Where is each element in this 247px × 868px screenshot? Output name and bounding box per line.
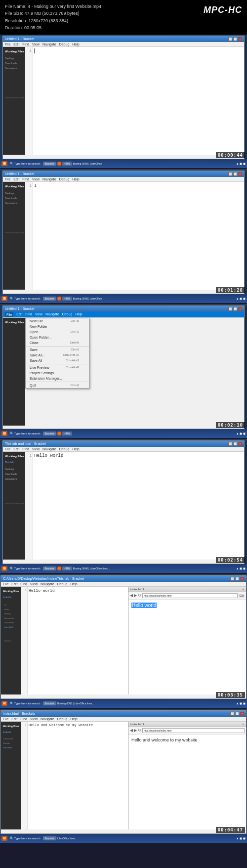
menu-item-project-settings[interactable]: Project Settings... xyxy=(26,370,89,376)
menu-view-4[interactable]: View xyxy=(32,447,40,451)
menu-file-1[interactable]: File xyxy=(5,43,10,46)
menu-navigate-6[interactable]: Navigate xyxy=(41,717,54,721)
search-bar-3[interactable]: 🔍 Type here to search xyxy=(8,431,42,435)
close-btn-5[interactable]: × xyxy=(240,577,244,581)
start-btn-6[interactable]: ⊞ xyxy=(1,836,7,841)
minimize-btn-5[interactable]: _ xyxy=(230,577,234,581)
menu-debug-6[interactable]: Debug xyxy=(57,717,68,721)
menu-item-save-all[interactable]: Save AllCtrl+Alt+S xyxy=(26,358,89,363)
menu-view-2[interactable]: View xyxy=(32,177,40,181)
browser-back-6[interactable]: ◀ xyxy=(130,728,133,733)
close-btn-3[interactable]: × xyxy=(238,307,242,311)
win-controls-3[interactable]: _ □ × xyxy=(228,307,242,311)
browser-url-bar-5[interactable]: http://localhost/index.html xyxy=(142,593,238,598)
menu-edit-2[interactable]: Edit xyxy=(13,177,19,181)
menu-file-2[interactable]: File xyxy=(5,177,10,181)
menu-view-6[interactable]: View xyxy=(30,717,38,721)
menu-navigate-1[interactable]: Navigate xyxy=(42,43,56,46)
menu-file-3[interactable]: File xyxy=(5,312,13,317)
minimize-btn-1[interactable]: _ xyxy=(228,37,232,41)
code-text-5[interactable]: Hello world xyxy=(29,588,55,593)
browser-close-6[interactable]: × xyxy=(242,723,244,726)
menu-item-open[interactable]: Open...Ctrl+O xyxy=(26,329,89,335)
menu-debug-4[interactable]: Debug xyxy=(59,447,70,451)
close-btn-1[interactable]: × xyxy=(238,37,242,41)
search-bar-2[interactable]: 🔍 Type here to search xyxy=(8,296,42,301)
search-bar-4[interactable]: 🔍 Type here to search xyxy=(8,566,42,570)
start-btn-1[interactable]: ⊞ xyxy=(1,161,7,166)
menu-help-3[interactable]: Help xyxy=(75,312,82,317)
menu-navigate-5[interactable]: Navigate xyxy=(41,582,54,586)
browser-forward-5[interactable]: ▶ xyxy=(134,593,137,598)
menu-find-2[interactable]: Find xyxy=(22,177,29,181)
maximize-btn-2[interactable]: □ xyxy=(233,172,237,176)
menu-edit-5[interactable]: Edit xyxy=(11,582,17,586)
code-content-1[interactable] xyxy=(34,48,35,54)
start-btn-4[interactable]: ⊞ xyxy=(1,566,7,571)
start-btn-2[interactable]: ⊞ xyxy=(1,296,7,301)
menu-item-extensions[interactable]: Extension Manager... xyxy=(26,376,89,381)
browser-refresh-6[interactable]: ↻ xyxy=(138,728,141,733)
menu-view-5[interactable]: View xyxy=(30,582,38,586)
taskbar-brackets-4[interactable]: Brackets xyxy=(43,566,56,570)
minimize-btn-6[interactable]: _ xyxy=(230,712,234,716)
menu-file-5[interactable]: File xyxy=(3,582,8,586)
close-btn-2[interactable]: × xyxy=(238,172,242,176)
menu-find-1[interactable]: Find xyxy=(22,43,29,46)
menu-file-4[interactable]: File xyxy=(5,447,10,451)
menu-find-4[interactable]: Find xyxy=(22,447,29,451)
menu-find-5[interactable]: Find xyxy=(20,582,27,586)
code-content-2[interactable]: 1 xyxy=(34,183,37,188)
menu-edit-6[interactable]: Edit xyxy=(11,717,17,721)
win-controls-6[interactable]: _ □ × xyxy=(230,712,244,716)
browser-controls-5[interactable]: × xyxy=(242,588,244,591)
search-bar-6[interactable]: 🔍 Type here to search xyxy=(8,836,42,840)
menu-debug-1[interactable]: Debug xyxy=(59,43,70,46)
taskbar-brackets-6[interactable]: Brackets xyxy=(43,836,56,840)
menu-item-save[interactable]: SaveCtrl+S xyxy=(26,347,89,352)
menu-navigate-4[interactable]: Navigate xyxy=(42,447,56,451)
menu-find-3[interactable]: Find xyxy=(25,312,32,317)
taskbar-brackets-3[interactable]: Brackets xyxy=(43,432,56,435)
maximize-btn-3[interactable]: □ xyxy=(233,307,237,311)
win-controls-1[interactable]: _ □ × xyxy=(228,37,242,41)
menu-edit-3[interactable]: Edit xyxy=(16,312,22,317)
menu-view-1[interactable]: View xyxy=(32,43,40,46)
browser-refresh-5[interactable]: ↻ xyxy=(138,593,141,598)
menu-item-live-preview[interactable]: Live PreviewCtrl+Alt+P xyxy=(26,365,89,370)
menu-help-4[interactable]: Help xyxy=(72,447,79,451)
minimize-btn-2[interactable]: _ xyxy=(228,172,232,176)
minimize-btn-4[interactable]: _ xyxy=(228,442,232,446)
code-content-4[interactable]: Hello world xyxy=(34,453,63,458)
code-text-6[interactable]: Hello and welcome to my website xyxy=(29,723,93,727)
taskbar-brackets-2[interactable]: Brackets xyxy=(43,297,56,301)
maximize-btn-5[interactable]: □ xyxy=(235,577,239,581)
menu-item-close[interactable]: CloseCtrl+W xyxy=(26,340,89,346)
search-bar-1[interactable]: 🔍 Type here to search xyxy=(8,161,42,166)
taskbar-html-2[interactable]: HTML xyxy=(62,297,72,301)
menu-edit-1[interactable]: Edit xyxy=(13,43,19,46)
browser-go-5[interactable]: Go xyxy=(239,594,245,598)
menu-item-save-as[interactable]: Save As...Ctrl+Shift+S xyxy=(26,352,89,358)
win-controls-5[interactable]: _ □ × xyxy=(230,577,244,581)
menu-view-3[interactable]: View xyxy=(35,312,42,317)
menu-navigate-2[interactable]: Navigate xyxy=(42,177,56,181)
minimize-btn-3[interactable]: _ xyxy=(228,307,232,311)
start-btn-3[interactable]: ⊞ xyxy=(1,431,7,436)
taskbar-html-4[interactable]: HTML xyxy=(62,566,72,570)
taskbar-html-3[interactable]: HTML xyxy=(62,432,72,435)
maximize-btn-4[interactable]: □ xyxy=(233,442,237,446)
browser-close-5[interactable]: × xyxy=(242,588,244,591)
browser-url-bar-6[interactable]: http://localhost/index.html xyxy=(142,728,245,733)
menu-help-5[interactable]: Help xyxy=(70,582,77,586)
close-btn-6[interactable]: × xyxy=(240,712,244,716)
maximize-btn-1[interactable]: □ xyxy=(233,37,237,41)
taskbar-brackets-1[interactable]: Brackets xyxy=(43,162,56,166)
menu-help-2[interactable]: Help xyxy=(72,177,79,181)
menu-item-open-folder[interactable]: Open Folder... xyxy=(26,335,89,340)
menu-help-6[interactable]: Help xyxy=(70,717,77,721)
start-btn-5[interactable]: ⊞ xyxy=(1,701,7,706)
maximize-btn-6[interactable]: □ xyxy=(235,712,239,716)
menu-debug-5[interactable]: Debug xyxy=(57,582,68,586)
close-btn-4[interactable]: × xyxy=(238,442,242,446)
